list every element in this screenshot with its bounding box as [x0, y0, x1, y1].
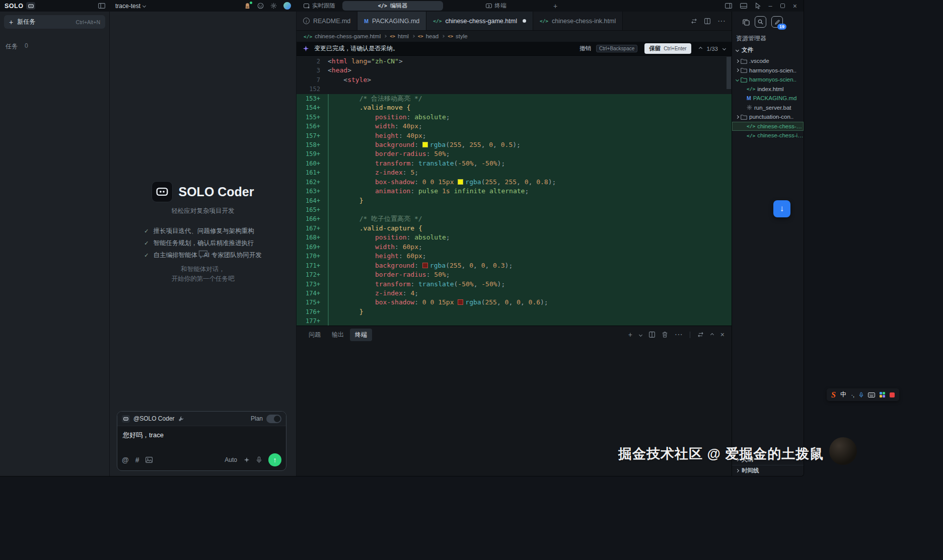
code-line: 163+ animation: pulse 1s infinite altern… [297, 187, 732, 196]
ime-punctuation-icon[interactable]: ·, [851, 392, 854, 398]
download-button[interactable]: ↓ [773, 200, 790, 217]
plan-toggle[interactable] [266, 415, 281, 423]
split-editor-icon[interactable] [704, 18, 710, 24]
breadcrumb-item[interactable]: <>html [390, 33, 409, 39]
breadcrumb-item[interactable]: <>head [418, 33, 439, 39]
new-task-button[interactable]: + 新任务 Ctrl+Alt+N [4, 15, 105, 29]
layout-sidebar-icon[interactable] [725, 3, 732, 9]
agent-name[interactable]: @SOLO Coder [133, 415, 175, 422]
collapse-sidebar-icon[interactable] [98, 3, 105, 9]
view-tab-terminal[interactable]: 终端 [443, 0, 549, 12]
tree-item-index-html[interactable]: </>index.html [732, 85, 804, 94]
split-terminal-icon[interactable] [649, 332, 655, 338]
tree-item-chess-game[interactable]: </>chinese-chess-ga.. [732, 122, 804, 131]
next-change-icon[interactable] [722, 47, 726, 50]
folder-icon [741, 67, 747, 73]
ime-mic-icon[interactable] [859, 392, 863, 398]
image-attach-icon[interactable] [146, 457, 153, 463]
copy-files-icon[interactable] [743, 19, 750, 26]
window-controls: – × [725, 2, 797, 10]
tree-item-punctuation[interactable]: punctuation-con.. [732, 112, 804, 122]
edits-icon[interactable]: 19 [771, 16, 783, 28]
view-tab-follow[interactable]: 实时跟随 [297, 0, 342, 12]
chevron-right-icon [736, 469, 739, 472]
breadcrumb-item[interactable]: <>style [448, 33, 468, 39]
panel-tab-output[interactable]: 输出 [327, 329, 349, 341]
layout-panel-icon[interactable] [740, 3, 747, 9]
watermark-text: 掘金技术社区 @ 爱掘金的土拨鼠 [618, 445, 824, 463]
ime-lang-mode[interactable]: 中 [840, 390, 847, 399]
send-button[interactable]: ↑ [268, 453, 281, 466]
editor-tab-chess-ink[interactable]: </>chinese-chess-ink.html [533, 12, 623, 30]
maximize-panel-icon[interactable] [711, 334, 713, 336]
settings-gear-icon[interactable] [270, 3, 277, 9]
line-number: 165+ [297, 205, 328, 214]
new-view-tab-button[interactable]: + [553, 2, 557, 10]
ime-toolbox-icon[interactable] [880, 392, 885, 397]
close-panel-icon[interactable]: × [720, 331, 724, 339]
code-line: 152 [297, 85, 732, 94]
enhance-sparkle-icon[interactable] [244, 457, 250, 463]
code-line: 161+ z-index: 5; [297, 168, 732, 177]
chevron-down-icon[interactable] [142, 4, 146, 8]
breadcrumb-item[interactable]: </>chinese-chess-game.html [304, 33, 381, 39]
more-actions-icon[interactable]: ··· [717, 17, 726, 26]
tree-item-harmonyos-2[interactable]: harmonyos-scien.. [732, 75, 804, 85]
compare-changes-icon[interactable] [691, 19, 697, 24]
markdown-file-icon: M [747, 95, 751, 101]
mic-icon[interactable] [256, 456, 262, 463]
tree-item-vscode[interactable]: .vscode [732, 56, 804, 66]
previous-change-icon[interactable] [699, 47, 702, 50]
explorer-section-timeline[interactable]: 时间线 [732, 465, 804, 476]
tree-item-chess-ink[interactable]: </>chinese-chess-in.. [732, 131, 804, 140]
sogou-logo-icon[interactable]: S [831, 390, 836, 399]
maximize-button[interactable] [780, 4, 785, 8]
editor-tab-chess-game[interactable]: </>chinese-chess-game.html [426, 12, 533, 30]
user-avatar[interactable] [283, 2, 291, 10]
chat-input-text[interactable]: 您好吗，trace [117, 426, 286, 444]
mention-icon[interactable]: @ [122, 456, 129, 464]
chevron-right-icon [736, 115, 739, 119]
more-actions-icon[interactable]: ··· [675, 330, 683, 339]
feedback-smiley-icon[interactable] [257, 3, 264, 9]
tree-item-run-server[interactable]: run_server.bat [732, 103, 804, 113]
editor-tab-packaging[interactable]: MPACKAGING.md [357, 12, 426, 30]
undo-changes-button[interactable]: 撤销 [579, 45, 591, 52]
kill-terminal-icon[interactable] [662, 332, 668, 338]
chat-input-box[interactable]: @SOLO Coder Plan 您好吗，trace @ # [117, 411, 286, 471]
script-file-icon [747, 105, 752, 110]
folder-icon [741, 58, 747, 64]
ime-keyboard-icon[interactable] [868, 392, 875, 397]
files-section-label: 文件 [742, 46, 753, 54]
new-terminal-icon[interactable]: + [628, 331, 632, 339]
tree-item-harmonyos-1[interactable]: harmonyos-scien.. [732, 66, 804, 75]
backpack-icon[interactable] [244, 3, 251, 9]
workspace-name[interactable]: trace-test [115, 3, 140, 10]
move-panel-icon[interactable] [697, 332, 704, 337]
files-section-header[interactable]: 文件 [732, 44, 804, 56]
view-tab-editor[interactable]: </>编辑器 [342, 1, 443, 11]
search-icon[interactable] [755, 16, 766, 28]
code-editor[interactable]: 2<html lang="zh-CN">3<head>7 <style>1521… [297, 56, 732, 326]
terminal-dropdown-icon[interactable] [639, 334, 642, 336]
minimize-button[interactable]: – [769, 2, 772, 10]
panel-tab-problems[interactable]: 问题 [304, 329, 326, 341]
hashtag-icon[interactable]: # [135, 456, 139, 464]
keep-changes-button[interactable]: 保留 Ctrl+Enter [644, 43, 691, 54]
ime-skin-icon[interactable] [890, 392, 895, 397]
editor-scrollbar[interactable] [727, 57, 731, 89]
ime-toolbar[interactable]: S 中 ·, [827, 388, 899, 401]
unsaved-dot[interactable] [523, 19, 526, 23]
panel-tab-terminal[interactable]: 终端 [350, 329, 372, 341]
close-button[interactable]: × [793, 2, 797, 10]
folder-icon [741, 114, 747, 120]
color-swatch [422, 142, 428, 147]
editor-tab-readme[interactable]: iREADME.md [297, 12, 357, 30]
pointer-mode-icon[interactable] [755, 3, 761, 9]
mode-selector[interactable]: Auto [225, 456, 237, 463]
explorer-activity-bar: 19 [732, 12, 804, 31]
code-line: 156+ width: 40px; [297, 122, 732, 131]
tree-item-packaging-md[interactable]: MPACKAGING.md [732, 94, 804, 103]
check-icon: ✓ [144, 225, 149, 237]
tools-icon[interactable] [178, 416, 184, 422]
